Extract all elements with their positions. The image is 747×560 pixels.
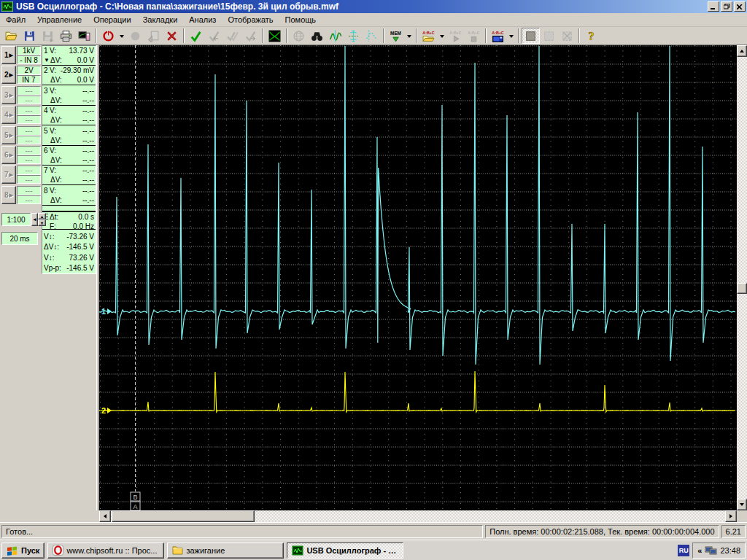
channel-2-range[interactable]: 2V — [17, 66, 41, 75]
apply-prev-button — [205, 28, 223, 44]
start-stop-dropdown[interactable] — [117, 28, 126, 44]
channel-5-input[interactable]: --- — [17, 136, 41, 144]
tray-expand-chevron[interactable]: « — [697, 546, 702, 555]
open-file-button[interactable] — [2, 28, 20, 44]
apply-all-button — [223, 28, 241, 44]
math-display-dropdown[interactable] — [507, 28, 516, 44]
menu-item-help[interactable]: Помощь — [279, 14, 322, 26]
save-file-button[interactable] — [20, 28, 39, 44]
math-display-button[interactable]: A:B+C — [489, 28, 507, 44]
channel-7-range[interactable]: --- — [17, 166, 41, 175]
apply-button[interactable] — [187, 28, 205, 44]
probe-ratio-up-button[interactable]: ▴ — [38, 213, 46, 219]
point-measure-button[interactable] — [363, 28, 381, 44]
start-stop-button[interactable] — [99, 28, 117, 44]
taskbar-task-2[interactable]: USB Осциллограф - C... — [287, 542, 403, 559]
cursor-measure-value: -146.5 V — [59, 243, 94, 251]
channel-3-measurements: 3V:--.--ΔV:--.-- — [42, 86, 96, 106]
channel-7-input[interactable]: --- — [17, 175, 41, 184]
vertical-scrollbar[interactable] — [737, 45, 747, 510]
save-icon — [23, 30, 36, 42]
dt-value: 0.0 s — [58, 213, 94, 221]
restore-button[interactable] — [721, 1, 732, 12]
network-icon[interactable] — [705, 545, 717, 556]
svg-text:?: ? — [589, 30, 595, 42]
channel-1-button[interactable]: 1▶ — [1, 46, 16, 64]
horizontal-scroll-thumb[interactable] — [112, 510, 255, 522]
export-screen-button[interactable] — [75, 28, 93, 44]
erase-button[interactable] — [163, 28, 181, 44]
svg-text:A: A — [133, 503, 137, 510]
channel-3-input[interactable]: --- — [17, 96, 41, 104]
vertical-scroll-thumb[interactable] — [737, 283, 747, 294]
menu-bar: ФайлУправлениеОперацииЗакладкиАнализОтоб… — [0, 13, 747, 27]
menu-item-control[interactable]: Управление — [31, 14, 88, 26]
language-indicator[interactable]: RU — [678, 545, 689, 556]
window-title: USB Осциллограф - C:\Новая папка\зажиган… — [16, 1, 708, 12]
memory-dropdown[interactable] — [405, 28, 414, 44]
channel-4-range[interactable]: --- — [17, 106, 41, 115]
channel-1-range[interactable]: 1kV — [17, 46, 41, 55]
channel-2-button[interactable]: 2▶ — [1, 66, 16, 84]
oscilloscope-display[interactable]: BA12 — [99, 45, 737, 510]
channel-number: 1 — [44, 47, 50, 55]
probe-ratio-value[interactable]: 1:100 — [1, 213, 31, 226]
menu-item-bookmarks[interactable]: Закладки — [137, 14, 184, 26]
clock[interactable]: 23:48 — [720, 546, 740, 555]
channel-3-range[interactable]: --- — [17, 86, 41, 96]
channel-8-range[interactable]: --- — [17, 186, 41, 195]
menu-item-file[interactable]: Файл — [0, 14, 31, 26]
channel-5-button[interactable]: 5▶ — [1, 126, 16, 144]
cursor-measure-value: 73.26 V — [54, 254, 94, 262]
channel-5-range[interactable]: --- — [17, 126, 41, 136]
close-button[interactable] — [734, 1, 746, 12]
channel-number: 6 — [44, 147, 50, 155]
memory-button[interactable]: MEM — [387, 28, 405, 44]
cursor-measure-button[interactable] — [326, 28, 344, 44]
title-bar: USB Осциллограф - C:\Новая папка\зажиган… — [0, 0, 747, 13]
scroll-right-button[interactable] — [725, 510, 737, 522]
probe-ratio-left-button[interactable]: ◂ — [31, 213, 38, 226]
scroll-down-button[interactable] — [737, 499, 747, 510]
cursor-measure-value: -146.5 V — [61, 264, 94, 272]
f-value: 0.0 Hz — [56, 222, 94, 230]
taskbar-task-1[interactable]: зажигание — [167, 542, 284, 559]
menu-item-operations[interactable]: Операции — [88, 14, 136, 26]
help-button[interactable]: ? — [582, 28, 600, 44]
channel-number: 5 — [44, 127, 50, 135]
channel-7-button[interactable]: 7▶ — [1, 166, 16, 184]
dv-label: ΔV: — [50, 56, 62, 64]
menu-item-display[interactable]: Отображать — [222, 14, 279, 26]
taskbar-task-0[interactable]: www.chipsoft.ru :: Прос... — [47, 542, 164, 559]
print-button[interactable] — [57, 28, 75, 44]
channel-6-button[interactable]: 6▶ — [1, 146, 16, 164]
start-button[interactable]: Пуск — [1, 542, 44, 559]
channel-panel: 1▶1kV- IN 82▶2VIN 73▶------4▶------5▶---… — [0, 45, 99, 510]
xy-mode-button[interactable] — [266, 28, 284, 44]
time-per-division[interactable]: 20 ms — [1, 232, 38, 245]
status-ready: Готов... — [1, 525, 483, 538]
channel-4-input[interactable]: --- — [17, 115, 41, 124]
math-open-dropdown[interactable] — [438, 28, 446, 44]
horizontal-scrollbar[interactable] — [99, 510, 737, 522]
channel-2-input[interactable]: IN 7 — [17, 75, 41, 84]
channel-6-input[interactable]: --- — [17, 155, 41, 164]
channel-8-input[interactable]: --- — [17, 195, 41, 204]
channel-8-button[interactable]: 8▶ — [1, 186, 16, 204]
minimize-button[interactable] — [708, 1, 719, 12]
channel-3-button[interactable]: 3▶ — [1, 86, 16, 104]
channel-4-button[interactable]: 4▶ — [1, 106, 16, 124]
channel-6-range[interactable]: --- — [17, 146, 41, 155]
dv-label: ΔV: — [50, 136, 62, 144]
level-measure-button[interactable] — [344, 28, 363, 44]
scroll-left-button[interactable] — [99, 510, 111, 522]
solid-bg-button[interactable] — [522, 28, 540, 44]
channel-1-input[interactable]: - IN 8 — [17, 55, 41, 64]
math-open-button[interactable]: A:B+C — [419, 28, 438, 44]
channel-2-v-value: -29.30 mV — [56, 66, 94, 74]
scroll-up-button[interactable] — [737, 45, 747, 57]
search-button[interactable] — [308, 28, 326, 44]
menu-item-analysis[interactable]: Анализ — [183, 14, 222, 26]
probe-ratio-down-button[interactable]: ▾ — [38, 219, 46, 226]
replay-button — [144, 28, 163, 44]
